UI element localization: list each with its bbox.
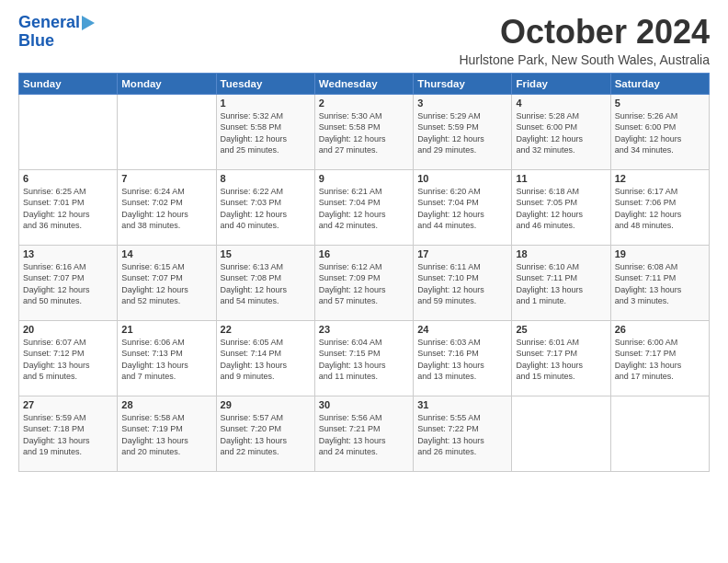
calendar-cell: 14Sunrise: 6:15 AM Sunset: 7:07 PM Dayli… [118,245,216,320]
calendar-cell [19,94,118,169]
day-number: 30 [319,399,409,410]
calendar-cell: 17Sunrise: 6:11 AM Sunset: 7:10 PM Dayli… [414,245,512,320]
day-number: 9 [319,173,409,184]
cell-content: Sunrise: 6:21 AM Sunset: 7:04 PM Dayligh… [319,186,409,232]
cell-content: Sunrise: 5:32 AM Sunset: 5:58 PM Dayligh… [221,110,311,156]
day-number: 19 [615,248,705,259]
calendar-cell: 11Sunrise: 6:18 AM Sunset: 7:05 PM Dayli… [512,169,610,245]
header-day-saturday: Saturday [610,73,709,94]
calendar-cell: 25Sunrise: 6:01 AM Sunset: 7:17 PM Dayli… [512,320,610,396]
week-row-3: 13Sunrise: 6:16 AM Sunset: 7:07 PM Dayli… [19,245,710,320]
day-number: 1 [221,98,311,109]
day-number: 27 [23,399,113,410]
title-block: October 2024 Hurlstone Park, New South W… [459,14,710,67]
calendar-cell [512,396,610,471]
day-number: 24 [417,324,507,335]
cell-content: Sunrise: 6:15 AM Sunset: 7:07 PM Dayligh… [121,261,211,307]
day-number: 28 [121,399,211,410]
cell-content: Sunrise: 6:11 AM Sunset: 7:10 PM Dayligh… [417,261,507,307]
day-number: 14 [121,248,211,259]
cell-content: Sunrise: 6:12 AM Sunset: 7:09 PM Dayligh… [319,261,409,307]
day-number: 3 [417,98,507,109]
day-number: 16 [319,248,409,259]
cell-content: Sunrise: 6:18 AM Sunset: 7:05 PM Dayligh… [516,186,606,232]
calendar-table: SundayMondayTuesdayWednesdayThursdayFrid… [18,73,710,472]
calendar-cell: 5Sunrise: 5:26 AM Sunset: 6:00 PM Daylig… [610,94,709,169]
calendar-cell: 23Sunrise: 6:04 AM Sunset: 7:15 PM Dayli… [314,320,413,396]
calendar-cell: 9Sunrise: 6:21 AM Sunset: 7:04 PM Daylig… [314,169,413,245]
header-day-wednesday: Wednesday [314,73,413,94]
calendar-cell: 21Sunrise: 6:06 AM Sunset: 7:13 PM Dayli… [118,320,216,396]
header-day-thursday: Thursday [414,73,512,94]
header: General Blue October 2024 Hurlstone Park… [18,14,710,67]
logo: General Blue [18,14,95,51]
day-number: 7 [121,173,211,184]
cell-content: Sunrise: 6:25 AM Sunset: 7:01 PM Dayligh… [23,186,113,232]
header-row: SundayMondayTuesdayWednesdayThursdayFrid… [19,73,710,94]
day-number: 17 [417,248,507,259]
day-number: 29 [221,399,311,410]
day-number: 11 [516,173,606,184]
calendar-cell: 27Sunrise: 5:59 AM Sunset: 7:18 PM Dayli… [19,396,118,471]
calendar-cell: 4Sunrise: 5:28 AM Sunset: 6:00 PM Daylig… [512,94,610,169]
calendar-cell: 10Sunrise: 6:20 AM Sunset: 7:04 PM Dayli… [414,169,512,245]
cell-content: Sunrise: 6:04 AM Sunset: 7:15 PM Dayligh… [319,337,409,383]
cell-content: Sunrise: 5:58 AM Sunset: 7:19 PM Dayligh… [121,412,211,458]
calendar-cell: 29Sunrise: 5:57 AM Sunset: 7:20 PM Dayli… [216,396,314,471]
month-title: October 2024 [459,14,710,51]
logo-arrow-icon [82,16,95,30]
cell-content: Sunrise: 5:55 AM Sunset: 7:22 PM Dayligh… [417,412,507,458]
calendar-cell: 26Sunrise: 6:00 AM Sunset: 7:17 PM Dayli… [610,320,709,396]
calendar-cell: 18Sunrise: 6:10 AM Sunset: 7:11 PM Dayli… [512,245,610,320]
calendar-cell: 31Sunrise: 5:55 AM Sunset: 7:22 PM Dayli… [414,396,512,471]
page: General Blue October 2024 Hurlstone Park… [0,0,728,481]
calendar-cell: 13Sunrise: 6:16 AM Sunset: 7:07 PM Dayli… [19,245,118,320]
calendar-cell: 16Sunrise: 6:12 AM Sunset: 7:09 PM Dayli… [314,245,413,320]
cell-content: Sunrise: 6:07 AM Sunset: 7:12 PM Dayligh… [23,337,113,383]
day-number: 25 [516,324,606,335]
day-number: 10 [417,173,507,184]
calendar-cell: 28Sunrise: 5:58 AM Sunset: 7:19 PM Dayli… [118,396,216,471]
cell-content: Sunrise: 6:16 AM Sunset: 7:07 PM Dayligh… [23,261,113,307]
calendar-cell: 6Sunrise: 6:25 AM Sunset: 7:01 PM Daylig… [19,169,118,245]
cell-content: Sunrise: 6:20 AM Sunset: 7:04 PM Dayligh… [417,186,507,232]
day-number: 8 [221,173,311,184]
calendar-cell: 8Sunrise: 6:22 AM Sunset: 7:03 PM Daylig… [216,169,314,245]
cell-content: Sunrise: 5:29 AM Sunset: 5:59 PM Dayligh… [417,110,507,156]
week-row-4: 20Sunrise: 6:07 AM Sunset: 7:12 PM Dayli… [19,320,710,396]
calendar-cell: 1Sunrise: 5:32 AM Sunset: 5:58 PM Daylig… [216,94,314,169]
calendar-cell: 19Sunrise: 6:08 AM Sunset: 7:11 PM Dayli… [610,245,709,320]
cell-content: Sunrise: 5:59 AM Sunset: 7:18 PM Dayligh… [23,412,113,458]
week-row-2: 6Sunrise: 6:25 AM Sunset: 7:01 PM Daylig… [19,169,710,245]
cell-content: Sunrise: 5:30 AM Sunset: 5:58 PM Dayligh… [319,110,409,156]
calendar-cell: 24Sunrise: 6:03 AM Sunset: 7:16 PM Dayli… [414,320,512,396]
cell-content: Sunrise: 5:28 AM Sunset: 6:00 PM Dayligh… [516,110,606,156]
calendar-cell: 2Sunrise: 5:30 AM Sunset: 5:58 PM Daylig… [314,94,413,169]
day-number: 2 [319,98,409,109]
cell-content: Sunrise: 6:00 AM Sunset: 7:17 PM Dayligh… [615,337,705,383]
calendar-cell: 20Sunrise: 6:07 AM Sunset: 7:12 PM Dayli… [19,320,118,396]
cell-content: Sunrise: 5:56 AM Sunset: 7:21 PM Dayligh… [319,412,409,458]
cell-content: Sunrise: 6:24 AM Sunset: 7:02 PM Dayligh… [121,186,211,232]
calendar-cell [610,396,709,471]
calendar-cell: 15Sunrise: 6:13 AM Sunset: 7:08 PM Dayli… [216,245,314,320]
day-number: 15 [221,248,311,259]
cell-content: Sunrise: 5:57 AM Sunset: 7:20 PM Dayligh… [221,412,311,458]
cell-content: Sunrise: 5:26 AM Sunset: 6:00 PM Dayligh… [615,110,705,156]
calendar-cell: 12Sunrise: 6:17 AM Sunset: 7:06 PM Dayli… [610,169,709,245]
logo-text-blue: Blue [18,32,54,51]
day-number: 23 [319,324,409,335]
day-number: 6 [23,173,113,184]
cell-content: Sunrise: 6:06 AM Sunset: 7:13 PM Dayligh… [121,337,211,383]
week-row-5: 27Sunrise: 5:59 AM Sunset: 7:18 PM Dayli… [19,396,710,471]
day-number: 31 [417,399,507,410]
header-day-friday: Friday [512,73,610,94]
logo-text: General [18,14,80,32]
cell-content: Sunrise: 6:17 AM Sunset: 7:06 PM Dayligh… [615,186,705,232]
header-day-sunday: Sunday [19,73,118,94]
day-number: 20 [23,324,113,335]
cell-content: Sunrise: 6:13 AM Sunset: 7:08 PM Dayligh… [221,261,311,307]
cell-content: Sunrise: 6:03 AM Sunset: 7:16 PM Dayligh… [417,337,507,383]
cell-content: Sunrise: 6:01 AM Sunset: 7:17 PM Dayligh… [516,337,606,383]
day-number: 4 [516,98,606,109]
